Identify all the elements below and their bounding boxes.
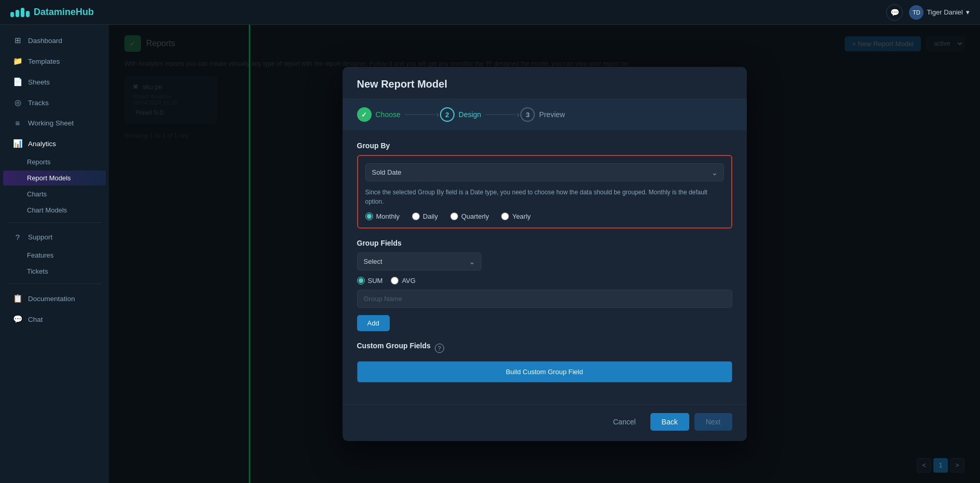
sidebar-divider-2 xyxy=(7,283,102,284)
group-by-hint: Since the selected Group By field is a D… xyxy=(365,188,724,206)
sidebar-item-sheets[interactable]: 📄 Sheets xyxy=(3,72,106,92)
step-preview: 3 Preview xyxy=(520,107,565,122)
back-button[interactable]: Back xyxy=(650,413,689,431)
reports-label: Reports xyxy=(27,158,51,166)
chevron-down-icon: ▾ xyxy=(966,8,970,16)
chat-label: Chat xyxy=(28,316,43,323)
group-fields-select-wrapper: Select xyxy=(357,252,481,271)
sidebar-item-chat[interactable]: 💬 Chat xyxy=(3,309,106,329)
support-label: Support xyxy=(28,233,52,241)
sidebar-label-sheets: Sheets xyxy=(28,78,50,86)
main-layout: ⊞ Dashboard 📁 Templates 📄 Sheets ◎ Track… xyxy=(0,25,980,483)
modal-body: Group By Sold Date Since the selected Gr… xyxy=(343,130,747,404)
radio-yearly-label: Yearly xyxy=(512,212,531,220)
step-design-label: Design xyxy=(459,110,481,119)
sidebar-item-working-sheet[interactable]: ≡ Working Sheet xyxy=(3,113,106,133)
radio-yearly-input[interactable] xyxy=(501,212,509,220)
modal-title: New Report Model xyxy=(357,78,732,90)
radio-monthly-label: Monthly xyxy=(376,212,400,220)
sidebar-sub-charts[interactable]: Charts xyxy=(3,187,106,202)
help-icon[interactable]: ? xyxy=(435,344,444,353)
sidebar-sub-chart-models[interactable]: Chart Models xyxy=(3,203,106,218)
group-by-box: Sold Date Since the selected Group By fi… xyxy=(357,155,732,229)
radio-daily-input[interactable] xyxy=(412,212,420,220)
sidebar-item-tracks[interactable]: ◎ Tracks xyxy=(3,93,106,112)
custom-group-fields-title: Custom Group Fields xyxy=(357,342,431,350)
sidebar-sub-report-models[interactable]: Report Models xyxy=(3,171,106,186)
message-icon[interactable]: 💬 xyxy=(886,4,903,21)
sidebar-sub-features[interactable]: Features xyxy=(3,248,106,263)
sidebar-item-dashboard[interactable]: ⊞ Dashboard xyxy=(3,31,106,50)
radio-yearly[interactable]: Yearly xyxy=(501,212,531,220)
radio-monthly[interactable]: Monthly xyxy=(365,212,400,220)
radio-quarterly-label: Quarterly xyxy=(461,212,489,220)
step-choose-label: Choose xyxy=(376,110,401,119)
sidebar-item-analytics[interactable]: 📊 Analytics xyxy=(3,134,106,153)
group-by-radio-group: Monthly Daily Quarterly xyxy=(365,212,724,220)
step-design: 2 Design xyxy=(440,107,481,122)
tracks-icon: ◎ xyxy=(12,98,23,107)
modal-header: New Report Model xyxy=(343,67,747,99)
topbar-right: 💬 TD Tiger Daniel ▾ xyxy=(886,4,970,21)
sidebar: ⊞ Dashboard 📁 Templates 📄 Sheets ◎ Track… xyxy=(0,25,109,483)
user-name: Tiger Daniel xyxy=(927,8,963,16)
step-arrow-2 xyxy=(485,114,516,115)
step-preview-label: Preview xyxy=(539,110,565,119)
features-label: Features xyxy=(27,251,53,259)
charts-label: Charts xyxy=(27,190,47,198)
report-models-label: Report Models xyxy=(27,174,71,182)
support-icon: ? xyxy=(12,233,23,242)
radio-monthly-input[interactable] xyxy=(365,212,373,220)
group-by-select[interactable]: Sold Date xyxy=(365,163,724,181)
user-menu[interactable]: TD Tiger Daniel ▾ xyxy=(909,5,970,20)
dashboard-icon: ⊞ xyxy=(12,36,23,45)
templates-icon: 📁 xyxy=(12,56,23,66)
step-preview-circle: 3 xyxy=(520,107,535,122)
sidebar-item-support[interactable]: ? Support xyxy=(3,228,106,247)
chart-models-label: Chart Models xyxy=(27,206,67,214)
logo-icon xyxy=(10,8,30,17)
sidebar-item-documentation[interactable]: 📋 Documentation xyxy=(3,289,106,308)
sidebar-label-templates: Templates xyxy=(28,58,60,65)
add-group-field-button[interactable]: Add xyxy=(357,315,390,331)
radio-sum-label: SUM xyxy=(368,277,383,285)
group-fields-section-title: Group Fields xyxy=(357,239,732,247)
radio-daily[interactable]: Daily xyxy=(412,212,438,220)
radio-sum-input[interactable] xyxy=(357,277,365,285)
sheets-icon: 📄 xyxy=(12,77,23,87)
group-fields-agg-radio: SUM AVG xyxy=(357,277,732,285)
cancel-button[interactable]: Cancel xyxy=(604,413,645,431)
radio-avg[interactable]: AVG xyxy=(391,277,416,285)
tickets-label: Tickets xyxy=(27,267,48,275)
group-fields-section: Group Fields Select SUM xyxy=(357,239,732,331)
group-name-input[interactable] xyxy=(357,290,732,308)
step-choose: ✓ Choose xyxy=(357,107,401,122)
modal-footer: Cancel Back Next xyxy=(343,404,747,441)
next-button[interactable]: Next xyxy=(694,413,732,431)
group-by-section-title: Group By xyxy=(357,141,732,150)
group-fields-select[interactable]: Select xyxy=(357,252,481,271)
build-custom-group-field-button[interactable]: Build Custom Group Field xyxy=(357,361,732,382)
modal-overlay: New Report Model ✓ Choose 2 Design xyxy=(109,25,980,483)
working-sheet-icon: ≡ xyxy=(12,119,23,127)
custom-group-fields-section: Custom Group Fields ? Build Custom Group… xyxy=(357,342,732,382)
radio-quarterly[interactable]: Quarterly xyxy=(450,212,489,220)
content-area: ✓ Reports + New Report Model active With… xyxy=(109,25,980,483)
radio-daily-label: Daily xyxy=(423,212,438,220)
radio-quarterly-input[interactable] xyxy=(450,212,458,220)
topbar: DatamineHub 💬 TD Tiger Daniel ▾ xyxy=(0,0,980,25)
sidebar-divider xyxy=(7,222,102,223)
sidebar-label-tracks: Tracks xyxy=(28,99,49,107)
radio-avg-input[interactable] xyxy=(391,277,399,285)
radio-sum[interactable]: SUM xyxy=(357,277,383,285)
sidebar-sub-tickets[interactable]: Tickets xyxy=(3,264,106,279)
sidebar-sub-reports[interactable]: Reports xyxy=(3,154,106,169)
chat-icon: 💬 xyxy=(12,315,23,324)
documentation-icon: 📋 xyxy=(12,294,23,303)
avatar: TD xyxy=(909,5,924,20)
sidebar-item-templates[interactable]: 📁 Templates xyxy=(3,51,106,71)
step-choose-circle: ✓ xyxy=(357,107,372,122)
documentation-label: Documentation xyxy=(28,295,75,303)
step-design-circle: 2 xyxy=(440,107,455,122)
new-report-modal: New Report Model ✓ Choose 2 Design xyxy=(343,67,747,441)
